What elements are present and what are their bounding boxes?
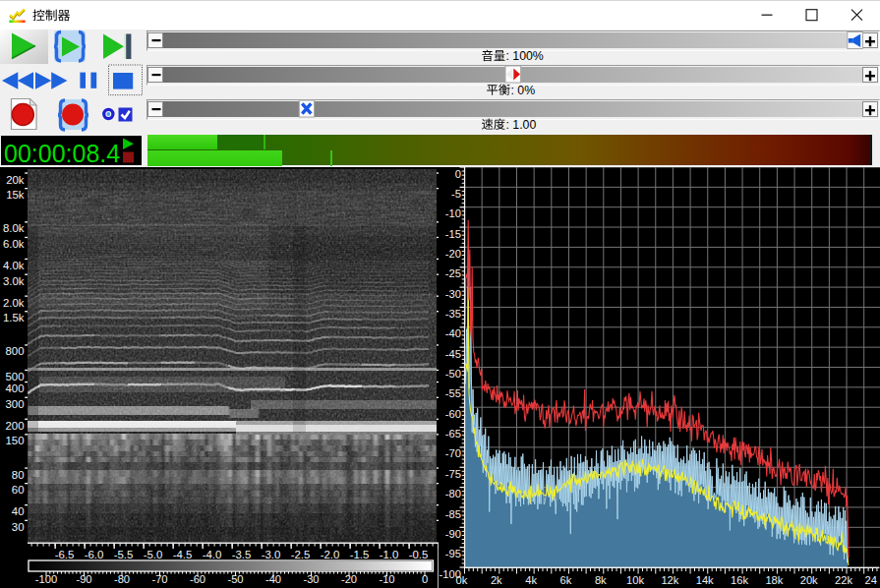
svg-text:4k: 4k — [525, 574, 537, 586]
svg-text:2k: 2k — [491, 574, 502, 586]
svg-text:-3.5: -3.5 — [232, 549, 252, 560]
svg-text:-95: -95 — [445, 548, 461, 559]
svg-text:80: 80 — [12, 469, 25, 481]
svg-text:150: 150 — [5, 435, 24, 446]
svg-text:6.0k: 6.0k — [3, 238, 25, 250]
svg-text:-60: -60 — [445, 408, 461, 420]
svg-text:500: 500 — [5, 371, 24, 382]
svg-text:-6.5: -6.5 — [55, 549, 75, 560]
svg-text:8.0k: 8.0k — [3, 222, 25, 234]
svg-text:-4.0: -4.0 — [203, 549, 222, 560]
svg-text:-50: -50 — [227, 573, 243, 585]
svg-text:-65: -65 — [445, 428, 461, 440]
svg-text:: 1.00: : 1.00 — [506, 118, 537, 132]
svg-text:-5.5: -5.5 — [114, 549, 134, 560]
svg-text:2.0k: 2.0k — [3, 297, 25, 309]
svg-text:: 0%: : 0% — [511, 84, 536, 97]
svg-text:-80: -80 — [114, 573, 130, 585]
svg-text:20k: 20k — [6, 174, 25, 186]
svg-text:-6.0: -6.0 — [85, 549, 104, 560]
svg-text:10k: 10k — [626, 574, 644, 586]
svg-text:-90: -90 — [445, 528, 461, 540]
svg-text:-25: -25 — [445, 267, 461, 279]
svg-text:4.0k: 4.0k — [3, 260, 25, 271]
svg-text:0: 0 — [422, 573, 428, 585]
svg-text:-1.5: -1.5 — [350, 549, 370, 560]
svg-text:14k: 14k — [696, 574, 714, 586]
svg-text:-2.0: -2.0 — [321, 549, 340, 560]
svg-text:12k: 12k — [661, 574, 678, 586]
svg-text:-35: -35 — [445, 308, 461, 320]
svg-text:300: 300 — [5, 398, 24, 410]
svg-text:20k: 20k — [800, 574, 818, 586]
svg-text:-45: -45 — [445, 348, 461, 360]
svg-text:-5.0: -5.0 — [144, 549, 163, 560]
svg-text:-40: -40 — [265, 573, 281, 585]
svg-text:-0.5: -0.5 — [409, 549, 429, 560]
svg-text:-50: -50 — [445, 368, 461, 380]
svg-text:-70: -70 — [445, 447, 461, 459]
svg-text:3.0k: 3.0k — [3, 275, 25, 287]
svg-text:0: 0 — [455, 168, 461, 180]
svg-text:-15: -15 — [445, 228, 461, 240]
svg-text:-10: -10 — [379, 573, 394, 585]
svg-text:24: 24 — [865, 574, 877, 586]
svg-text:-3.0: -3.0 — [262, 549, 281, 560]
svg-text:-40: -40 — [445, 327, 461, 339]
svg-text:18k: 18k — [765, 574, 783, 586]
svg-text:-100: -100 — [35, 573, 57, 585]
svg-text:-70: -70 — [151, 573, 167, 585]
svg-text:60: 60 — [12, 484, 25, 496]
svg-text:8k: 8k — [595, 574, 607, 586]
svg-text:400: 400 — [5, 382, 24, 394]
svg-text:16k: 16k — [731, 574, 748, 586]
svg-text:15k: 15k — [6, 189, 25, 201]
svg-text:-20: -20 — [341, 573, 357, 585]
svg-text:-4.5: -4.5 — [173, 549, 193, 560]
svg-text:: 100%: : 100% — [506, 49, 544, 63]
svg-text:22k: 22k — [835, 574, 852, 586]
svg-text:-5: -5 — [451, 188, 461, 200]
svg-text:-20: -20 — [445, 248, 461, 260]
svg-text:-60: -60 — [190, 573, 205, 585]
svg-text:-30: -30 — [445, 288, 461, 300]
svg-text:30: 30 — [12, 521, 25, 533]
svg-text:6k: 6k — [560, 574, 572, 586]
svg-text:-85: -85 — [445, 508, 461, 520]
svg-text:-90: -90 — [76, 573, 91, 585]
svg-text:-55: -55 — [445, 387, 461, 399]
svg-text:200: 200 — [5, 420, 24, 432]
svg-text:-80: -80 — [445, 488, 461, 500]
svg-text:800: 800 — [5, 345, 24, 357]
svg-text:1.5k: 1.5k — [3, 312, 25, 323]
svg-text:-30: -30 — [303, 573, 319, 585]
svg-text:-1.0: -1.0 — [380, 549, 399, 560]
svg-text:-75: -75 — [445, 468, 461, 480]
svg-text:40: 40 — [12, 505, 25, 517]
svg-text:0k: 0k — [456, 574, 468, 586]
svg-text:-2.5: -2.5 — [291, 549, 311, 560]
svg-text:-10: -10 — [445, 207, 461, 219]
